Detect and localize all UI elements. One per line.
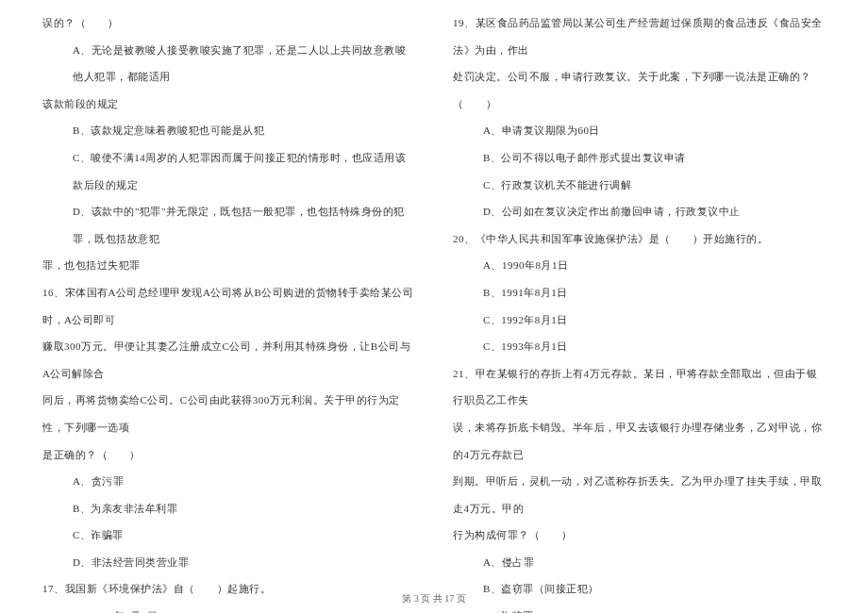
q16-option-d: D、非法经营同类营业罪 bbox=[42, 549, 415, 576]
q21: 21、甲在某银行的存折上有4万元存款。某日，甲将存款全部取出，但由于银行职员乙工… bbox=[453, 360, 826, 414]
q16-option-b: B、为亲友非法牟利罪 bbox=[42, 495, 415, 522]
q15-continuation: 误的？（ ） bbox=[42, 9, 415, 37]
q21-cont1: 误，未将存折底卡销毁。半年后，甲又去该银行办理存储业务，乙对甲说，你的4万元存款… bbox=[453, 414, 826, 468]
q21-cont2: 到期。甲听后，灵机一动，对乙谎称存折丢失。乙为甲办理了挂失手续，甲取走4万元。甲… bbox=[453, 468, 826, 522]
left-column: 误的？（ ） A、无论是被教唆人接受教唆实施了犯罪，还是二人以上共同故意教唆他人… bbox=[28, 9, 434, 589]
q16-cont1: 赚取300万元。甲便让其妻乙注册成立C公司，并利用其特殊身份，让B公司与A公司解… bbox=[42, 333, 415, 387]
q15-option-a: A、无论是被教唆人接受教唆实施了犯罪，还是二人以上共同故意教唆他人犯罪，都能适用 bbox=[42, 37, 415, 91]
q16-option-a: A、贪污罪 bbox=[42, 468, 415, 495]
q15-option-a-cont: 该款前段的规定 bbox=[42, 91, 415, 118]
q19-option-b: B、公司不得以电子邮件形式提出复议申请 bbox=[453, 144, 826, 172]
q16-option-c: C、诈骗罪 bbox=[42, 522, 415, 549]
q20-option-d: C、1993年8月1日 bbox=[453, 333, 826, 360]
q15-option-d-cont: 罪，也包括过失犯罪 bbox=[42, 252, 415, 279]
q20: 20、《中华人民共和国军事设施保护法》是（ ）开始施行的。 bbox=[453, 225, 826, 253]
q16-cont3: 是正确的？（ ） bbox=[42, 441, 415, 469]
q19: 19、某区食品药品监管局以某公司生产经营超过保质期的食品违反《食品安全法》为由，… bbox=[453, 9, 826, 63]
q15-option-c: C、唆使不满14周岁的人犯罪因而属于间接正犯的情形时，也应适用该款后段的规定 bbox=[42, 144, 415, 198]
q21-cont3: 行为构成何罪？（ ） bbox=[453, 522, 826, 549]
q15-option-d: D、该款中的"犯罪"并无限定，既包括一般犯罪，也包括特殊身份的犯罪，既包括故意犯 bbox=[42, 198, 415, 252]
q16: 16、宋体国有A公司总经理甲发现A公司将从B公司购进的货物转手卖给某公司时，A公… bbox=[42, 279, 415, 333]
right-column: 19、某区食品药品监管局以某公司生产经营超过保质期的食品违反《食品安全法》为由，… bbox=[434, 9, 840, 589]
q20-option-c: C、1992年8月1日 bbox=[453, 306, 826, 334]
page-container: 误的？（ ） A、无论是被教唆人接受教唆实施了犯罪，还是二人以上共同故意教唆他人… bbox=[0, 0, 868, 613]
q16-cont2: 同后，再将货物卖给C公司。C公司由此获得300万元利润。关于甲的行为定性，下列哪… bbox=[42, 387, 415, 440]
q15-option-b: B、该款规定意味着教唆犯也可能是从犯 bbox=[42, 117, 415, 144]
q19-cont: 处罚决定。公司不服，申请行政复议。关于此案，下列哪一说法是正确的？（ ） bbox=[453, 63, 826, 117]
page-footer: 第 3 页 共 17 页 bbox=[0, 592, 868, 605]
q20-option-b: B、1991年8月1日 bbox=[453, 279, 826, 306]
q19-option-a: A、申请复议期限为60日 bbox=[453, 117, 826, 144]
q19-option-c: C、行政复议机关不能进行调解 bbox=[453, 172, 826, 199]
q21-option-a: A、侵占罪 bbox=[453, 549, 826, 576]
q19-option-d: D、公司如在复议决定作出前撤回申请，行政复议中止 bbox=[453, 198, 826, 225]
q20-option-a: A、1990年8月1日 bbox=[453, 252, 826, 279]
